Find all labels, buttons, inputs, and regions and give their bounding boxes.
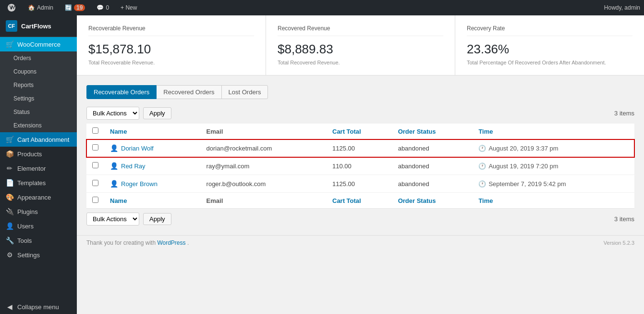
time-text: August 20, 2019 3:37 pm [488, 145, 558, 152]
row-email: roger.b@outlook.com [201, 175, 327, 193]
user-name-text: Dorian Wolf [121, 145, 154, 152]
sidebar-item-settings-woo[interactable]: Settings [0, 92, 77, 105]
footer-col-cart-total[interactable]: Cart Total [327, 193, 392, 209]
wordpress-link[interactable]: WordPress [157, 239, 185, 246]
sidebar-item-reports[interactable]: Reports [0, 78, 77, 92]
content-body: Recoverable Orders Recovered Orders Lost… [77, 85, 644, 235]
main-content: Recoverable Revenue $15,878.10 Total Rec… [77, 15, 644, 314]
howdy-label: Howdy, admin [604, 4, 640, 11]
row-cart-total: 1125.00 [327, 139, 392, 157]
items-count-bottom: 3 items [614, 215, 634, 223]
bulk-actions-select-bottom[interactable]: Bulk Actions [86, 213, 139, 226]
sidebar-item-products[interactable]: 📦 Products [0, 147, 77, 161]
row-checkbox-cell[interactable] [86, 175, 104, 193]
comments-icon: 💬 [97, 4, 104, 11]
bulk-actions-select[interactable]: Bulk Actions [86, 107, 139, 120]
new-item[interactable]: + New [118, 0, 140, 15]
sidebar-item-collapse[interactable]: ◀ Collapse menu [0, 300, 77, 314]
stat-card-recoverable: Recoverable Revenue $15,878.10 Total Rec… [77, 15, 266, 75]
sidebar-item-extensions[interactable]: Extensions [0, 119, 77, 132]
sidebar-item-plugins[interactable]: 🔌 Plugins [0, 204, 77, 219]
user-name-text: Red Ray [121, 163, 146, 170]
sidebar-item-cart-abandonment[interactable]: 🛒 Cart Abandonment [0, 132, 77, 147]
sidebar-item-appearance[interactable]: 🎨 Appearance [0, 190, 77, 204]
row-checkbox[interactable] [92, 162, 98, 168]
stat-rate-value: 23.36% [467, 42, 632, 57]
sidebar-item-settings[interactable]: ⚙ Settings [0, 248, 77, 262]
footer-col-name[interactable]: Name [104, 193, 201, 209]
site-name[interactable]: 🏠 Admin [25, 0, 56, 15]
stat-recovered-title: Recovered Revenue [278, 25, 443, 36]
stat-recoverable-value: $15,878.10 [88, 42, 254, 57]
templates-icon: 📄 [6, 179, 13, 187]
select-all-header[interactable] [86, 124, 104, 139]
version-label: Version 5.2.3 [604, 240, 634, 246]
bulk-actions-bottom: Bulk Actions Apply 3 items [86, 213, 634, 226]
user-name-link[interactable]: 👤 Roger Brown [110, 180, 195, 188]
footer-col-time[interactable]: Time [473, 193, 634, 209]
tab-recovered-orders[interactable]: Recovered Orders [156, 85, 221, 99]
stat-recoverable-desc: Total Recoverable Revenue. [88, 60, 254, 65]
users-icon: 👤 [6, 222, 13, 230]
user-name-link[interactable]: 👤 Dorian Wolf [110, 144, 195, 152]
apply-button-top[interactable]: Apply [143, 107, 171, 119]
products-icon: 📦 [6, 150, 13, 158]
stat-rate-desc: Total Percentage Of Recovered Orders Aft… [467, 60, 632, 65]
table-row: 👤 Roger Brown roger.b@outlook.com 1125.0… [86, 175, 634, 193]
house-icon: 🏠 [28, 4, 35, 11]
col-header-name[interactable]: Name [104, 124, 201, 139]
tools-icon: 🔧 [6, 237, 13, 244]
sidebar-item-coupons[interactable]: Coupons [0, 65, 77, 78]
row-checkbox-cell[interactable] [86, 157, 104, 175]
updates-badge: 19 [74, 4, 85, 11]
row-checkbox[interactable] [92, 180, 98, 186]
clock-icon: 🕐 [478, 180, 486, 188]
clock-icon: 🕐 [478, 163, 486, 170]
footer-col-email: Email [201, 193, 327, 209]
stat-recoverable-title: Recoverable Revenue [88, 25, 254, 36]
select-all-checkbox[interactable] [92, 127, 98, 134]
updates-item[interactable]: 🔄 19 [62, 0, 88, 15]
user-avatar-icon: 👤 [110, 144, 118, 152]
woo-icon: 🛒 [6, 40, 13, 48]
table-row: 👤 Red Ray ray@ymail.com 110.00 abandoned… [86, 157, 634, 175]
time-text: August 19, 2019 7:20 pm [488, 163, 558, 170]
sidebar-item-orders[interactable]: Orders [0, 51, 77, 65]
stat-card-rate: Recovery Rate 23.36% Total Percentage Of… [455, 15, 644, 75]
stats-row: Recoverable Revenue $15,878.10 Total Rec… [77, 15, 644, 75]
sidebar-item-woocommerce[interactable]: 🛒 WooCommerce [0, 37, 77, 51]
sidebar-item-tools[interactable]: 🔧 Tools [0, 233, 77, 248]
settings-icon: ⚙ [6, 251, 13, 259]
footer-text: Thank you for creating with WordPress . [86, 239, 189, 246]
time-text: September 7, 2019 5:42 pm [488, 180, 566, 188]
user-name-text: Roger Brown [121, 180, 158, 188]
user-avatar-icon: 👤 [110, 180, 118, 188]
comments-item[interactable]: 💬 0 [94, 0, 112, 15]
stat-rate-title: Recovery Rate [467, 25, 632, 36]
collapse-icon: ◀ [6, 303, 13, 311]
col-header-order-status[interactable]: Order Status [392, 124, 473, 139]
row-time: 🕐 August 20, 2019 3:37 pm [473, 139, 634, 157]
row-email: ray@ymail.com [201, 157, 327, 175]
footer-col-order-status[interactable]: Order Status [392, 193, 473, 209]
footer-select-all-checkbox[interactable] [92, 197, 98, 203]
stat-recovered-value: $8,889.83 [278, 42, 443, 57]
col-header-email: Email [201, 124, 327, 139]
col-header-cart-total[interactable]: Cart Total [327, 124, 392, 139]
cartflows-logo[interactable]: CF CartFlows [0, 15, 77, 37]
tab-recoverable-orders[interactable]: Recoverable Orders [86, 85, 157, 99]
wp-logo[interactable] [4, 0, 19, 15]
sidebar-item-templates[interactable]: 📄 Templates [0, 176, 77, 190]
sidebar-item-status[interactable]: Status [0, 105, 77, 119]
row-checkbox-cell[interactable] [86, 139, 104, 157]
apply-button-bottom[interactable]: Apply [143, 213, 171, 225]
admin-bar: 🏠 Admin 🔄 19 💬 0 + New Howdy, admin [0, 0, 644, 15]
sidebar-item-users[interactable]: 👤 Users [0, 219, 77, 233]
tab-lost-orders[interactable]: Lost Orders [221, 85, 268, 99]
sidebar-item-elementor[interactable]: ✏ Elementor [0, 161, 77, 176]
col-header-time[interactable]: Time [473, 124, 634, 139]
row-time: 🕐 August 19, 2019 7:20 pm [473, 157, 634, 175]
user-name-link[interactable]: 👤 Red Ray [110, 162, 195, 170]
row-checkbox[interactable] [92, 144, 98, 151]
table-row: 👤 Dorian Wolf dorian@rocketmail.com 1125… [86, 139, 634, 157]
